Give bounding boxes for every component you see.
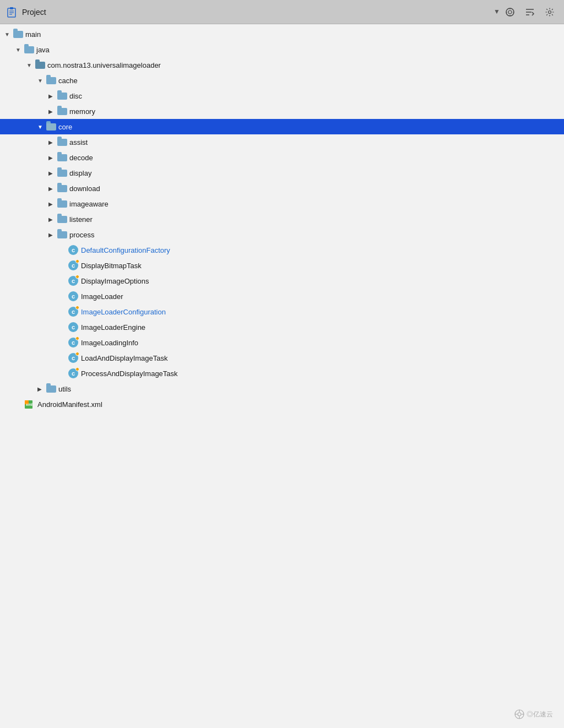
- tree-item-listener[interactable]: ▶ listener: [0, 211, 564, 227]
- folder-icon-core: [46, 123, 56, 131]
- settings-button[interactable]: [542, 4, 557, 20]
- svg-point-19: [518, 713, 521, 716]
- label-java: java: [36, 46, 50, 54]
- svg-point-6: [508, 10, 512, 14]
- dropdown-icon[interactable]: ▼: [494, 8, 502, 17]
- label-AndroidManifest: AndroidManifest.xml: [37, 400, 102, 409]
- manifest-icon: xml: [24, 399, 35, 409]
- tree-item-DisplayBitmapTask[interactable]: c DisplayBitmapTask: [0, 258, 564, 273]
- tree-item-memory[interactable]: ▶ memory: [0, 104, 564, 119]
- folder-icon-process: [57, 231, 67, 238]
- folder-icon-disc: [57, 93, 67, 100]
- label-ProcessAndDisplayImageTask: ProcessAndDisplayImageTask: [81, 370, 178, 378]
- tree-item-java[interactable]: ▼ java: [0, 42, 564, 57]
- arrow-java: ▼: [15, 47, 24, 53]
- tree-item-DisplayImageOptions[interactable]: c DisplayImageOptions: [0, 273, 564, 289]
- arrow-cache: ▼: [37, 78, 46, 84]
- label-ImageLoadingInfo: ImageLoadingInfo: [81, 339, 138, 347]
- label-decode: decode: [69, 154, 93, 162]
- header-actions: [502, 4, 557, 20]
- arrow-core: ▼: [37, 124, 46, 130]
- label-imageaware: imageaware: [69, 200, 109, 208]
- svg-text:xml: xml: [26, 403, 32, 406]
- tree-item-AndroidManifest[interactable]: xml AndroidManifest.xml: [0, 396, 564, 412]
- class-icon-DisplayImageOptions: c: [68, 276, 78, 286]
- folder-icon-assist: [57, 139, 67, 146]
- folder-icon-utils: [46, 385, 56, 393]
- panel-title: Project: [22, 8, 490, 17]
- class-icon-DisplayBitmapTask: c: [68, 260, 78, 270]
- label-display: display: [69, 169, 91, 177]
- project-icon: [7, 7, 18, 18]
- tree-item-ImageLoaderEngine[interactable]: c ImageLoaderEngine: [0, 319, 564, 335]
- label-ImageLoaderConfiguration: ImageLoaderConfiguration: [81, 308, 166, 316]
- label-pkg: com.nostra13.universalimageloader: [47, 61, 161, 69]
- arrow-download: ▶: [48, 186, 57, 192]
- tree-item-ImageLoaderConfiguration[interactable]: c ImageLoaderConfiguration: [0, 304, 564, 319]
- folder-icon-memory: [57, 108, 67, 115]
- tree-item-display[interactable]: ▶ display: [0, 165, 564, 181]
- tree-item-cache[interactable]: ▼ cache: [0, 73, 564, 88]
- class-icon-DefaultConfigurationFactory: c: [68, 245, 78, 255]
- label-LoadAndDisplayImageTask: LoadAndDisplayImageTask: [81, 354, 168, 362]
- tree-item-DefaultConfigurationFactory[interactable]: c DefaultConfigurationFactory: [0, 242, 564, 258]
- label-process: process: [69, 231, 95, 239]
- arrow-memory: ▶: [48, 108, 57, 115]
- tree-item-pkg[interactable]: ▼ com.nostra13.universalimageloader: [0, 57, 564, 73]
- label-assist: assist: [69, 138, 88, 146]
- arrow-process: ▶: [48, 232, 57, 238]
- tree-item-assist[interactable]: ▶ assist: [0, 134, 564, 150]
- label-core: core: [58, 123, 72, 131]
- tree-item-ImageLoadingInfo[interactable]: c ImageLoadingInfo: [0, 335, 564, 350]
- tree-item-disc[interactable]: ▶ disc: [0, 88, 564, 104]
- class-icon-ImageLoaderEngine: c: [68, 322, 78, 332]
- project-panel: Project ▼: [0, 0, 564, 728]
- label-ImageLoaderEngine: ImageLoaderEngine: [81, 323, 145, 332]
- class-icon-ImageLoadingInfo: c: [68, 338, 78, 347]
- label-ImageLoader: ImageLoader: [81, 292, 123, 301]
- folder-icon-main: [13, 31, 23, 38]
- tree-item-process[interactable]: ▶ process: [0, 227, 564, 242]
- class-icon-ImageLoader: c: [68, 291, 78, 301]
- label-disc: disc: [69, 92, 82, 100]
- label-DefaultConfigurationFactory: DefaultConfigurationFactory: [81, 246, 170, 254]
- arrow-decode: ▶: [48, 155, 57, 161]
- tree-item-imageaware[interactable]: ▶ imageaware: [0, 196, 564, 211]
- tree-item-LoadAndDisplayImageTask[interactable]: c LoadAndDisplayImageTask: [0, 350, 564, 366]
- label-DisplayImageOptions: DisplayImageOptions: [81, 277, 149, 285]
- watermark-text: ◎亿速云: [527, 710, 553, 719]
- folder-icon-cache: [46, 77, 56, 84]
- class-icon-LoadAndDisplayImageTask: c: [68, 353, 78, 363]
- arrow-imageaware: ▶: [48, 201, 57, 207]
- arrow-display: ▶: [48, 170, 57, 176]
- folder-icon-download: [57, 185, 67, 192]
- arrow-utils: ▶: [37, 386, 46, 392]
- tree-item-download[interactable]: ▶ download: [0, 181, 564, 196]
- tree-item-decode[interactable]: ▶ decode: [0, 150, 564, 165]
- svg-rect-1: [10, 7, 13, 9]
- label-listener: listener: [69, 215, 93, 224]
- sort-button[interactable]: [522, 4, 538, 20]
- class-icon-ImageLoaderConfiguration: c: [68, 307, 78, 317]
- panel-header: Project ▼: [0, 0, 564, 24]
- arrow-main: ▼: [4, 31, 13, 37]
- tree-item-ImageLoader[interactable]: c ImageLoader: [0, 289, 564, 304]
- label-memory: memory: [69, 107, 95, 116]
- project-tree: ▼ main ▼ java ▼ com.nostra13.universalim…: [0, 24, 564, 414]
- svg-point-14: [549, 10, 551, 13]
- svg-point-5: [506, 8, 514, 16]
- target-button[interactable]: [502, 4, 518, 20]
- folder-icon-decode: [57, 154, 67, 161]
- folder-icon-display: [57, 170, 67, 177]
- label-DisplayBitmapTask: DisplayBitmapTask: [81, 262, 142, 270]
- tree-item-main[interactable]: ▼ main: [0, 26, 564, 42]
- folder-icon-listener: [57, 216, 67, 223]
- tree-item-ProcessAndDisplayImageTask[interactable]: c ProcessAndDisplayImageTask: [0, 366, 564, 381]
- label-download: download: [69, 184, 100, 193]
- tree-item-core[interactable]: ▼ core: [0, 119, 564, 134]
- folder-icon-java: [24, 46, 34, 53]
- tree-item-utils[interactable]: ▶ utils: [0, 381, 564, 396]
- class-icon-ProcessAndDisplayImageTask: c: [68, 368, 78, 378]
- watermark-icon: [514, 709, 524, 719]
- folder-icon-imageaware: [57, 200, 67, 208]
